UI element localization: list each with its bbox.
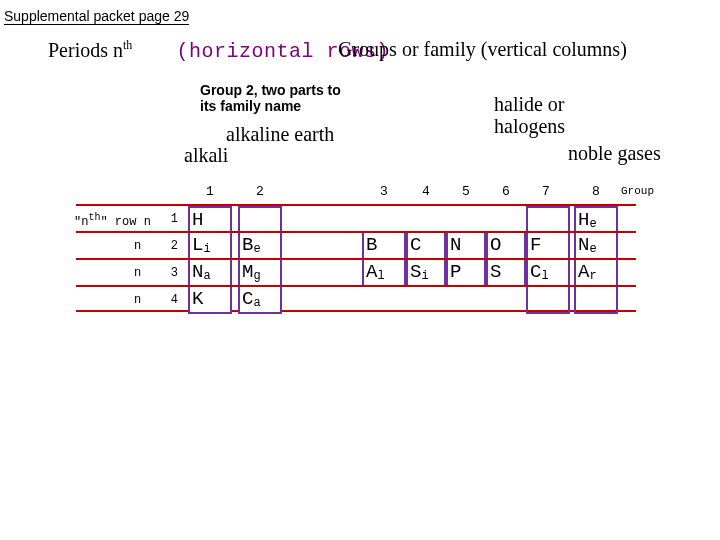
group-num-2: 2 <box>240 184 280 199</box>
table-row: n 3 Na Mg Al Si P S Cl Ar <box>76 258 636 285</box>
alkaline-earth-label: alkaline earth <box>226 123 334 146</box>
el-Li-b: i <box>203 242 210 256</box>
col7-outline <box>526 206 570 233</box>
cell-Ne: Ne <box>574 233 618 260</box>
el-Cl-a: C <box>530 261 541 283</box>
header-overlay: Periods nth (horizontal rows) Groups or … <box>0 38 720 68</box>
row-label-4n: 4 <box>164 293 178 307</box>
el-He-b: e <box>589 217 596 231</box>
group-number-row: 1 2 3 4 5 6 7 8 Group <box>76 182 636 204</box>
halide-l1: halide or <box>494 93 565 115</box>
cell-K: K <box>188 287 232 314</box>
el-Ca-b: a <box>253 296 260 310</box>
el-Mg-a: M <box>242 261 253 283</box>
el-Al-b: l <box>377 269 384 283</box>
cell-B: B <box>362 233 406 260</box>
page-header: Supplemental packet page 29 <box>4 8 189 25</box>
row-label-1a: "nth" row n <box>74 212 159 229</box>
el-Ne-b: e <box>589 242 596 256</box>
group2-note-l1: Group 2, two parts to <box>200 82 341 98</box>
el-Ca-a: C <box>242 288 253 310</box>
el-Be-b: e <box>253 242 260 256</box>
halide-label: halide or halogens <box>494 93 565 137</box>
col7-outline-b <box>526 287 570 314</box>
cell-N: N <box>446 233 486 260</box>
group2-note-l2: its family name <box>200 98 301 114</box>
row-label-1n: 1 <box>164 212 178 226</box>
el-Cl-b: l <box>541 269 548 283</box>
periods-text: Periods n <box>48 39 123 61</box>
alkali-label: alkali <box>184 144 228 167</box>
group2-note: Group 2, two parts to its family name <box>200 82 370 114</box>
cell-Na: Na <box>188 260 232 287</box>
cell-Ca: Ca <box>238 287 282 314</box>
row-label-2n: 2 <box>164 239 178 253</box>
cell-Si: Si <box>406 260 446 287</box>
group-num-3: 3 <box>364 184 404 199</box>
group-num-7: 7 <box>526 184 566 199</box>
cell-Li: Li <box>188 233 232 260</box>
el-Mg-b: g <box>253 269 260 283</box>
groups-label: Groups or family (vertical columns) <box>338 38 627 61</box>
table-row: n 4 K Ca <box>76 285 636 312</box>
cell-H: H <box>188 206 232 233</box>
el-Na-b: a <box>203 269 210 283</box>
el-Si-b: i <box>421 269 428 283</box>
group-num-4: 4 <box>406 184 446 199</box>
group-word: Group <box>621 185 654 197</box>
group-num-6: 6 <box>486 184 526 199</box>
cell-O: O <box>486 233 526 260</box>
noble-gases-label: noble gases <box>568 142 661 165</box>
cell-Cl: Cl <box>526 260 570 287</box>
el-Ne-a: N <box>578 234 589 256</box>
cell-Mg: Mg <box>238 260 282 287</box>
periodic-table: 1 2 3 4 5 6 7 8 Group "nth" row n 1 H He… <box>76 182 636 312</box>
ptable: 1 2 3 4 5 6 7 8 Group "nth" row n 1 H He… <box>76 182 636 312</box>
el-Al-a: A <box>366 261 377 283</box>
cell-Be: Be <box>238 233 282 260</box>
table-row: n 2 Li Be B C N O F Ne <box>76 231 636 258</box>
periods-sup: th <box>123 38 132 52</box>
el-Ar-b: r <box>589 269 596 283</box>
el-Be-a: B <box>242 234 253 256</box>
el-He-a: H <box>578 209 589 231</box>
group-num-1: 1 <box>190 184 230 199</box>
cell-Ar: Ar <box>574 260 618 287</box>
cell-Al: Al <box>362 260 406 287</box>
el-Na-a: N <box>192 261 203 283</box>
halide-l2: halogens <box>494 115 565 137</box>
cell-He: He <box>574 206 618 233</box>
group-num-8: 8 <box>576 184 616 199</box>
cell-P: P <box>446 260 486 287</box>
el-Si-a: S <box>410 261 421 283</box>
col2-outline <box>238 206 282 233</box>
row-label-3n: 3 <box>164 266 178 280</box>
periods-label: Periods nth <box>48 38 132 62</box>
col8-outline-b <box>574 287 618 314</box>
page-header-text: Supplemental packet page 29 <box>4 8 189 25</box>
el-Li-a: L <box>192 234 203 256</box>
cell-C: C <box>406 233 446 260</box>
el-H: H <box>192 209 203 231</box>
group-num-5: 5 <box>446 184 486 199</box>
el-Ar-a: A <box>578 261 589 283</box>
table-row: "nth" row n 1 H He <box>76 204 636 231</box>
cell-F: F <box>526 233 570 260</box>
cell-S: S <box>486 260 526 287</box>
